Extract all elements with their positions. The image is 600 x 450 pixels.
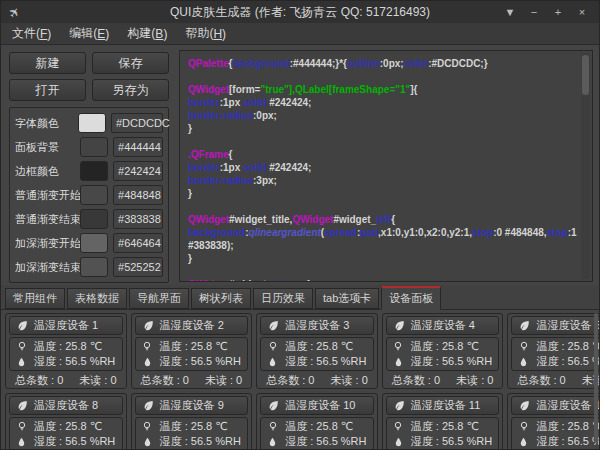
temperature-value: 温度 : 25.8 ℃	[536, 339, 599, 354]
leaf-icon	[267, 319, 280, 332]
droplet-icon	[517, 435, 530, 448]
color-swatch[interactable]	[80, 137, 108, 157]
new-button[interactable]: 新建	[9, 52, 86, 74]
color-value-input[interactable]: #525252	[113, 257, 163, 277]
device-card-title: 温湿度设备 5	[536, 318, 599, 333]
tab-common-widgets[interactable]: 常用组件	[5, 288, 65, 309]
tab-nav-ui[interactable]: 导航界面	[129, 288, 189, 309]
menu-item-edit[interactable]: 编辑(E)	[60, 23, 118, 44]
color-value-input[interactable]: #444444	[113, 137, 163, 157]
color-value-input[interactable]: #484848	[113, 185, 163, 205]
device-card: 温湿度设备 11温度 : 25.8 ℃湿度 : 56.5 %RH总条数 : 0未…	[382, 393, 504, 450]
temperature-row: 温度 : 25.8 ℃	[517, 419, 599, 434]
code-line: border:1px solid #242424;	[188, 96, 576, 109]
editor-scrollbar[interactable]	[581, 53, 590, 279]
device-card: 温湿度设备 2温度 : 25.8 ℃湿度 : 56.5 %RH总条数 : 0未读…	[131, 313, 253, 389]
color-settings-group: 字体颜色#DCDCDC面板背景#444444边框颜色#242424普通渐变开始#…	[9, 107, 169, 283]
temperature-row: 温度 : 25.8 ℃	[266, 419, 368, 434]
device-card-title: 温湿度设备 11	[411, 398, 480, 413]
temperature-value: 温度 : 25.8 ℃	[285, 419, 353, 434]
humidity-row: 湿度 : 56.5 %RH	[15, 354, 117, 369]
device-card-header: 温湿度设备 9	[135, 396, 249, 415]
temperature-row: 温度 : 25.8 ℃	[392, 419, 494, 434]
minimize-button[interactable]: −	[525, 4, 543, 20]
close-button[interactable]: ×	[573, 4, 591, 20]
device-card-title: 温湿度设备 1	[34, 318, 98, 333]
color-value-input[interactable]: #242424	[113, 161, 163, 181]
menu-item-file[interactable]: 文件(F)	[3, 23, 60, 44]
color-swatch[interactable]	[78, 113, 106, 133]
device-card: 温湿度设备 1温度 : 25.8 ℃湿度 : 56.5 %RH总条数 : 0未读…	[5, 313, 127, 389]
tab-calendar[interactable]: 日历效果	[253, 288, 313, 309]
color-label: 普通渐变结束	[15, 212, 80, 227]
temperature-value: 温度 : 25.8 ℃	[411, 419, 479, 434]
tab-device-panel[interactable]: 设备面板	[381, 286, 441, 310]
device-card: 温湿度设备 10温度 : 25.8 ℃湿度 : 56.5 %RH总条数 : 0未…	[256, 393, 378, 450]
save-as-button[interactable]: 另存为	[92, 79, 169, 101]
qss-editor[interactable]: QPalette{background:#444444;}*{outline:0…	[179, 50, 593, 282]
unread-count: 未读 : 0	[79, 373, 116, 388]
color-swatch[interactable]	[80, 257, 108, 277]
leaf-icon	[16, 399, 29, 412]
droplet-icon	[15, 435, 28, 448]
color-swatch[interactable]	[80, 161, 108, 181]
color-label: 边框颜色	[15, 164, 80, 179]
main-area: 新建保存打开另存为 字体颜色#DCDCDC面板背景#444444边框颜色#242…	[1, 45, 599, 285]
device-panel-scrollbar[interactable]	[594, 313, 598, 443]
color-value-input[interactable]: #646464	[113, 233, 163, 253]
bulb-icon	[141, 420, 154, 433]
humidity-value: 湿度 : 56.5 %RH	[160, 434, 241, 449]
leaf-icon	[267, 399, 280, 412]
save-button[interactable]: 保存	[92, 52, 169, 74]
color-label: 字体颜色	[15, 116, 78, 131]
editor-scrollbar-thumb[interactable]	[582, 55, 589, 95]
device-card-header: 温湿度设备 3	[260, 316, 374, 335]
humidity-row: 湿度 : 56.5 %RH	[141, 434, 243, 449]
tab-tab-control[interactable]: tab选项卡	[315, 288, 379, 309]
tab-table-data[interactable]: 表格数据	[67, 288, 127, 309]
humidity-row: 湿度 : 56.5 %RH	[517, 434, 599, 449]
menu-item-help[interactable]: 帮助(H)	[176, 23, 235, 44]
bulb-icon	[15, 420, 28, 433]
device-card-footer: 总条数 : 0未读 : 0	[511, 372, 599, 388]
temperature-value: 温度 : 25.8 ℃	[160, 419, 228, 434]
bulb-icon	[141, 340, 154, 353]
code-line: border-radius:3px;	[188, 174, 576, 187]
color-value-input[interactable]: #383838	[113, 209, 163, 229]
code-line: }	[188, 187, 576, 200]
app-window: ✈ QUI皮肤生成器 (作者: 飞扬青云 QQ: 517216493) ▼−+×…	[0, 0, 600, 450]
maximize-button[interactable]: +	[549, 4, 567, 20]
temperature-row: 温度 : 25.8 ℃	[15, 419, 117, 434]
app-plane-icon: ✈	[1, 5, 27, 20]
window-controls: ▼−+×	[501, 4, 599, 20]
leaf-icon	[142, 319, 155, 332]
device-card-title: 温湿度设备 8	[34, 398, 98, 413]
skin-menu-button[interactable]: ▼	[501, 4, 519, 20]
color-value-input[interactable]: #DCDCDC	[111, 113, 163, 133]
bulb-icon	[266, 420, 279, 433]
code-line: background:qlineargradient(spread:pad,x1…	[188, 226, 576, 239]
code-line: }	[188, 122, 576, 135]
color-swatch[interactable]	[80, 185, 108, 205]
color-swatch[interactable]	[80, 209, 108, 229]
tab-tree-list[interactable]: 树状列表	[191, 288, 251, 309]
unread-count: 未读 : 0	[456, 373, 493, 388]
color-swatch[interactable]	[80, 233, 108, 253]
device-card-header: 温湿度设备 11	[386, 396, 500, 415]
device-card-body: 温度 : 25.8 ℃湿度 : 56.5 %RH	[9, 417, 123, 450]
device-card-title: 温湿度设备 4	[411, 318, 475, 333]
bulb-icon	[266, 340, 279, 353]
temperature-value: 温度 : 25.8 ℃	[160, 339, 228, 354]
open-button[interactable]: 打开	[9, 79, 86, 101]
device-card-title: 温湿度设备 3	[285, 318, 349, 333]
device-card-body: 温度 : 25.8 ℃湿度 : 56.5 %RH	[511, 417, 599, 450]
code-line	[188, 200, 576, 213]
total-count: 总条数 : 0	[517, 373, 565, 388]
humidity-row: 湿度 : 56.5 %RH	[15, 434, 117, 449]
total-count: 总条数 : 0	[392, 373, 440, 388]
total-count: 总条数 : 0	[15, 373, 63, 388]
unread-count: 未读 : 0	[205, 373, 242, 388]
menu-item-build[interactable]: 构建(B)	[118, 23, 176, 44]
device-card-body: 温度 : 25.8 ℃湿度 : 56.5 %RH	[135, 417, 249, 450]
device-card-body: 温度 : 25.8 ℃湿度 : 56.5 %RH	[511, 337, 599, 371]
